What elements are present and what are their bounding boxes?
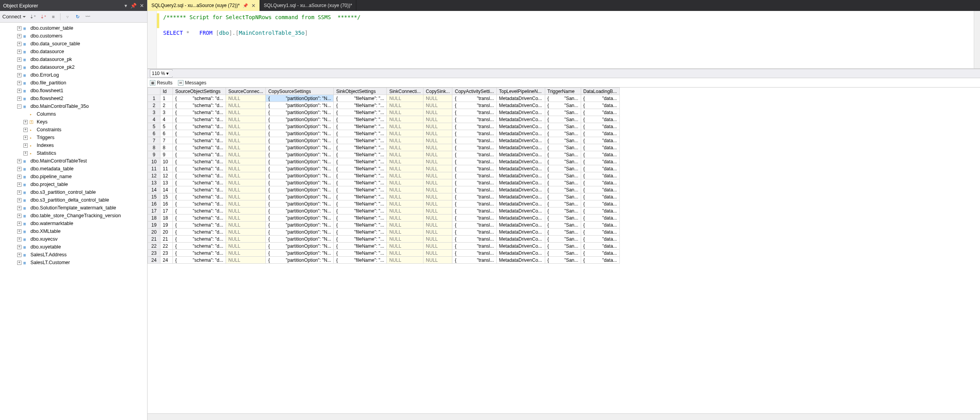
cell[interactable]: {"fileName": "... [334,123,387,130]
cell[interactable]: {"partitionOption": "N... [266,193,334,200]
pin-icon[interactable]: 📌 [243,3,248,8]
cell[interactable]: {"partitionOption": "N... [266,109,334,116]
cell[interactable]: {"partitionOption": "N... [266,222,334,229]
cell[interactable]: MetadataDrivenCo... [496,243,545,250]
cell[interactable]: NULL [423,229,452,236]
cell[interactable]: 11 [160,165,173,172]
cell[interactable]: {"schema": "d... [173,257,226,264]
expander-icon[interactable]: + [23,120,28,124]
table-row[interactable]: 77{"schema": "d...NULL{"partitionOption"… [148,137,620,144]
cell[interactable]: {"partitionOption": "N... [266,214,334,222]
cell[interactable]: MetadataDrivenCo... [496,229,545,236]
table-row[interactable]: 1919{"schema": "d...NULL{"partitionOptio… [148,222,620,229]
cell[interactable]: NULL [423,222,452,229]
cell[interactable]: MetadataDrivenCo... [496,257,545,264]
cell[interactable]: NULL [226,151,266,158]
cell[interactable]: 23 [148,250,160,257]
cell[interactable]: MetadataDrivenCo... [496,179,545,186]
cell[interactable]: {"San... [545,102,581,109]
cell[interactable]: NULL [226,123,266,130]
table-row[interactable]: 1313{"schema": "d...NULL{"partitionOptio… [148,179,620,186]
cell[interactable]: NULL [423,172,452,179]
cell[interactable]: {"partitionOption": "N... [266,116,334,123]
cell[interactable]: NULL [226,186,266,193]
expander-icon[interactable]: + [17,89,21,93]
cell[interactable]: NULL [423,200,452,207]
expander-icon[interactable]: + [23,128,28,132]
tree-item[interactable]: +dbo.pipeline_name [0,173,147,181]
tree-item[interactable]: +Indexes [0,141,147,149]
cell[interactable]: {"schema": "d... [173,130,226,137]
tree-item[interactable]: Columns [0,110,147,118]
connect-dropdown[interactable]: Connect [2,14,26,20]
cell[interactable]: 21 [148,236,160,243]
tree-item[interactable]: +Keys [0,118,147,126]
cell[interactable]: NULL [423,257,452,264]
tree-item[interactable]: +dbo.s3_partition_control_table [0,188,147,196]
cell[interactable]: {"transl... [452,137,496,144]
cell[interactable]: {"data... [581,236,619,243]
cell[interactable]: 7 [148,137,160,144]
cell[interactable]: {"transl... [452,116,496,123]
tree-item[interactable]: +dbo.ErrorLog [0,71,147,79]
object-explorer-tree[interactable]: +dbo.customer_table+dbo.customers+dbo.da… [0,23,147,420]
cell[interactable]: 1 [148,95,160,102]
col-source-object-settings[interactable]: SourceObjectSettings [173,88,226,95]
cell[interactable]: MetadataDrivenCo... [496,193,545,200]
expander-icon[interactable]: + [23,143,28,148]
cell[interactable]: NULL [226,243,266,250]
cell[interactable]: {"data... [581,200,619,207]
cell[interactable]: NULL [387,193,423,200]
cell[interactable]: NULL [387,186,423,193]
table-row[interactable]: 2424{"schema": "d...NULL{"partitionOptio… [148,257,620,264]
cell[interactable]: 23 [160,250,173,257]
tree-item[interactable]: +SalesLT.Customer [0,259,147,266]
cell[interactable]: 12 [148,172,160,179]
cell[interactable]: 11 [148,165,160,172]
results-grid-wrap[interactable]: Id SourceObjectSettings SourceConnec... … [148,88,980,413]
table-row[interactable]: 2222{"schema": "d...NULL{"partitionOptio… [148,243,620,250]
cell[interactable]: {"transl... [452,151,496,158]
expander-icon[interactable]: + [17,97,21,101]
cell[interactable]: {"transl... [452,229,496,236]
expander-icon[interactable]: + [17,167,21,171]
tree-item[interactable]: +dbo.table_store_ChangeTracking_version [0,212,147,220]
table-row[interactable]: 33{"schema": "d...NULL{"partitionOption"… [148,109,620,116]
cell[interactable]: {"partitionOption": "N... [266,257,334,264]
cell[interactable]: MetadataDrivenCo... [496,109,545,116]
cell[interactable]: 10 [148,158,160,165]
tree-item[interactable]: +dbo.s3_partition_delta_control_table [0,196,147,204]
cell[interactable]: 20 [160,229,173,236]
col-copy-sink[interactable]: CopySink... [423,88,452,95]
cell[interactable]: {"transl... [452,165,496,172]
refresh-icon[interactable]: ↻ [75,14,81,20]
cell[interactable]: {"fileName": "... [334,186,387,193]
cell[interactable]: NULL [423,193,452,200]
cell[interactable]: {"schema": "d... [173,179,226,186]
cell[interactable]: NULL [387,123,423,130]
cell[interactable]: NULL [423,186,452,193]
table-row[interactable]: 2323{"schema": "d...NULL{"partitionOptio… [148,250,620,257]
cell[interactable]: {"San... [545,116,581,123]
cell[interactable]: NULL [387,236,423,243]
cell[interactable]: NULL [423,116,452,123]
cell[interactable]: {"partitionOption": "N... [266,250,334,257]
col-copy-source-settings[interactable]: CopySourceSettings [266,88,334,95]
cell[interactable]: NULL [387,229,423,236]
cell[interactable]: {"partitionOption": "N... [266,102,334,109]
dropdown-icon[interactable]: ▾ [125,3,127,9]
cell[interactable]: {"fileName": "... [334,102,387,109]
table-row[interactable]: 11{"schema": "d...NULL{"partitionOption"… [148,95,620,102]
pin-icon[interactable]: 📌 [130,3,137,9]
cell[interactable]: 24 [148,257,160,264]
cell[interactable]: {"partitionOption": "N... [266,229,334,236]
cell[interactable]: {"San... [545,250,581,257]
cell[interactable]: MetadataDrivenCo... [496,144,545,151]
close-icon[interactable]: ✕ [140,3,144,9]
cell[interactable]: {"fileName": "... [334,130,387,137]
cell[interactable]: {"San... [545,172,581,179]
tree-item[interactable]: −dbo.MainControlTable_35o [0,102,147,110]
cell[interactable]: {"data... [581,229,619,236]
cell[interactable]: {"data... [581,207,619,214]
editor-scrollbar[interactable] [974,11,980,68]
